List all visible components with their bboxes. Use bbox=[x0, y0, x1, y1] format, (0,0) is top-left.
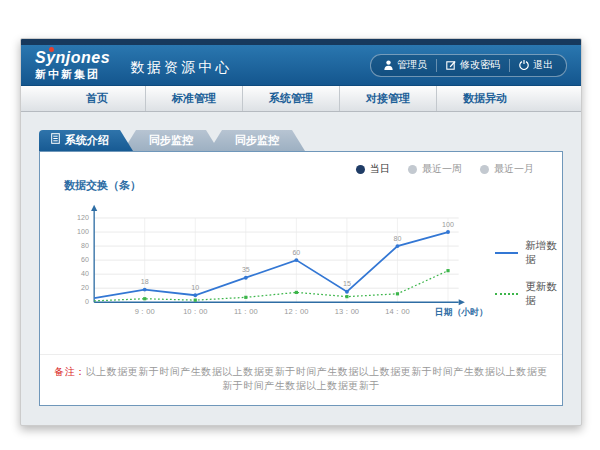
power-icon bbox=[519, 60, 529, 70]
data-point[interactable] bbox=[396, 244, 400, 248]
chart-legend: 新增数据 更新数据 bbox=[495, 239, 562, 308]
data-point[interactable] bbox=[294, 258, 298, 262]
data-point[interactable] bbox=[194, 299, 197, 302]
user-icon bbox=[384, 60, 393, 70]
data-point[interactable] bbox=[143, 288, 147, 292]
chart-panel: 当日 最近一周 最近一月 数据交换（条） 0204060801001209：00… bbox=[39, 151, 563, 406]
user-menu-label: 管理员 bbox=[397, 58, 427, 72]
radio-label: 当日 bbox=[370, 162, 390, 176]
legend-label: 新增数据 bbox=[525, 239, 562, 267]
y-tick-label: 0 bbox=[85, 298, 89, 306]
radio-icon bbox=[356, 165, 365, 174]
data-point[interactable] bbox=[345, 295, 348, 298]
edit-icon bbox=[446, 60, 456, 70]
radio-label: 最近一周 bbox=[422, 162, 462, 176]
data-point-label: 18 bbox=[141, 278, 149, 286]
legend-item-new-data[interactable]: 新增数据 bbox=[495, 239, 562, 267]
content-area: 系统介绍 同步监控 同步监控 当日 最近一周 bbox=[21, 112, 581, 406]
y-tick-label: 80 bbox=[81, 242, 89, 250]
y-tick-label: 60 bbox=[81, 256, 89, 264]
y-tick-label: 100 bbox=[77, 228, 89, 236]
x-axis-arrow-icon bbox=[459, 299, 465, 305]
tab-sync-monitor-2[interactable]: 同步监控 bbox=[209, 130, 305, 151]
chart-area: 0204060801001209：0010：0011：0012：0013：001… bbox=[64, 195, 562, 335]
y-tick-label: 40 bbox=[81, 270, 89, 278]
x-tick-label: 12：00 bbox=[284, 307, 308, 316]
radio-today[interactable]: 当日 bbox=[356, 162, 390, 176]
brand-name: Synjones bbox=[35, 50, 110, 66]
data-point-label: 80 bbox=[394, 235, 402, 243]
user-menu-label: 退出 bbox=[533, 58, 553, 72]
tab-label: 同步监控 bbox=[149, 130, 193, 151]
data-point[interactable] bbox=[345, 290, 349, 294]
data-point[interactable] bbox=[446, 230, 450, 234]
tab-system-intro[interactable]: 系统介绍 bbox=[39, 130, 133, 151]
footnote-label: 备注： bbox=[54, 366, 86, 377]
y-tick-label: 20 bbox=[81, 284, 89, 292]
data-point-label: 15 bbox=[343, 280, 351, 288]
time-range-filter: 当日 最近一周 最近一月 bbox=[356, 162, 534, 176]
tab-label: 同步监控 bbox=[235, 130, 279, 151]
radio-last-week[interactable]: 最近一周 bbox=[408, 162, 462, 176]
brand-dot-icon bbox=[49, 47, 54, 52]
footnote-text: 以上数据更新于时间产生数据以上数据更新于时间产生数据以上数据更新于时间产生数据以… bbox=[86, 366, 548, 391]
user-menu-logout[interactable]: 退出 bbox=[509, 59, 562, 72]
exchange-chart: 0204060801001209：0010：0011：0012：0013：001… bbox=[64, 195, 491, 335]
line-swatch-icon bbox=[495, 252, 518, 254]
legend-label: 更新数据 bbox=[525, 280, 562, 308]
legend-item-updated-data[interactable]: 更新数据 bbox=[495, 280, 562, 308]
data-point[interactable] bbox=[446, 269, 449, 272]
app-header: Synjones 新中新集团 数据资源中心 管理员 修改密码 bbox=[21, 45, 581, 86]
user-menu-admin[interactable]: 管理员 bbox=[375, 59, 436, 72]
x-tick-label: 14：00 bbox=[385, 307, 409, 316]
x-tick-label: 13：00 bbox=[335, 307, 359, 316]
chart-y-axis-title: 数据交换（条） bbox=[64, 178, 562, 193]
tab-label: 系统介绍 bbox=[65, 130, 109, 151]
data-point[interactable] bbox=[193, 293, 197, 297]
data-point-label: 60 bbox=[292, 249, 300, 257]
y-axis-arrow-icon bbox=[91, 205, 97, 211]
nav-item-standard-mgmt[interactable]: 标准管理 bbox=[145, 86, 242, 111]
x-axis-title: 日期（小时） bbox=[435, 307, 488, 317]
page-title: 数据资源中心 bbox=[130, 59, 232, 77]
company-name: 新中新集团 bbox=[35, 69, 110, 80]
nav-item-home[interactable]: 首页 bbox=[49, 86, 145, 111]
radio-icon bbox=[480, 165, 489, 174]
radio-icon bbox=[408, 165, 417, 174]
data-point[interactable] bbox=[244, 296, 247, 299]
data-point[interactable] bbox=[295, 291, 298, 294]
app-window: Synjones 新中新集团 数据资源中心 管理员 修改密码 bbox=[20, 38, 582, 426]
line-swatch-icon bbox=[495, 293, 518, 295]
user-menu: 管理员 修改密码 退出 bbox=[370, 54, 567, 77]
data-point[interactable] bbox=[396, 292, 399, 295]
main-nav: 首页 标准管理 系统管理 对接管理 数据异动 bbox=[21, 86, 581, 112]
user-menu-change-password[interactable]: 修改密码 bbox=[436, 59, 509, 72]
x-tick-label: 11：00 bbox=[234, 307, 258, 316]
nav-item-system-mgmt[interactable]: 系统管理 bbox=[242, 86, 339, 111]
tab-bar: 系统介绍 同步监控 同步监控 bbox=[39, 130, 563, 151]
y-tick-label: 120 bbox=[77, 214, 89, 222]
data-point-label: 35 bbox=[242, 266, 250, 274]
radio-label: 最近一月 bbox=[494, 162, 534, 176]
x-tick-label: 9：00 bbox=[135, 307, 155, 316]
data-point-label: 10 bbox=[191, 284, 199, 292]
footnote: 备注：以上数据更新于时间产生数据以上数据更新于时间产生数据以上数据更新于时间产生… bbox=[40, 354, 562, 405]
data-point-label: 100 bbox=[442, 221, 454, 229]
document-icon bbox=[51, 130, 60, 151]
tab-sync-monitor-1[interactable]: 同步监控 bbox=[123, 130, 219, 151]
nav-item-data-change[interactable]: 数据异动 bbox=[436, 86, 533, 111]
x-tick-label: 10：00 bbox=[183, 307, 207, 316]
nav-item-interface-mgmt[interactable]: 对接管理 bbox=[339, 86, 436, 111]
data-point[interactable] bbox=[244, 276, 248, 280]
user-menu-label: 修改密码 bbox=[460, 58, 500, 72]
data-point[interactable] bbox=[143, 297, 146, 300]
logo: Synjones 新中新集团 bbox=[35, 50, 110, 80]
radio-last-month[interactable]: 最近一月 bbox=[480, 162, 534, 176]
